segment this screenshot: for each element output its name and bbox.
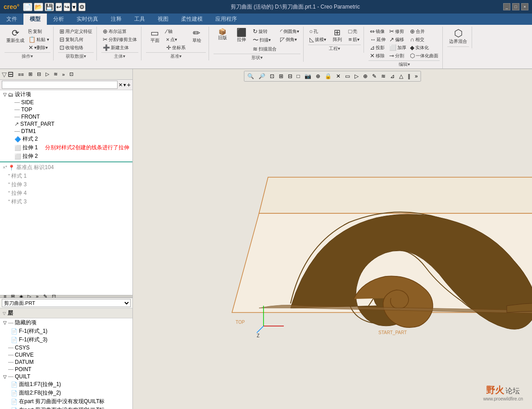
quilt-toggle[interactable]: ▽ (2, 374, 8, 379)
new-btn[interactable]: 📄 (23, 3, 32, 11)
open-btn[interactable]: 📂 (34, 3, 43, 11)
layers-collapse-icon[interactable]: ▽ (3, 311, 6, 316)
tree-item-startpart[interactable]: ↗ START_PART (0, 120, 132, 128)
split-btn[interactable]: ⊸分割 (388, 52, 408, 60)
tree-btn-1[interactable]: ≡≡ (16, 71, 26, 78)
tree-btn-4[interactable]: ▷ (44, 70, 51, 78)
datum104-toggle[interactable]: ×* (2, 165, 8, 170)
tree-btn-2[interactable]: ⊞ (27, 70, 34, 78)
save-btn[interactable]: 💾 (45, 3, 54, 11)
tree-item-extrude4[interactable]: " 拉伸 4 (0, 189, 132, 198)
layer-hidden[interactable]: ▽ — 隐藏的项 (0, 318, 132, 327)
copy-geom-btn[interactable]: ⊟复制几何 (58, 36, 94, 43)
new-body-btn[interactable]: ➕新建主体 (101, 44, 138, 51)
tree-item-dtm1[interactable]: — DTM1 (0, 128, 132, 135)
redo-btn[interactable]: ↪ (64, 3, 70, 11)
close-btn[interactable]: × (521, 3, 528, 10)
unify-btn[interactable]: ⬡一体化曲面 (409, 52, 440, 60)
hidden-toggle[interactable]: ▽ (2, 320, 8, 325)
zoom-in-btn[interactable]: 🔍 (246, 72, 256, 80)
vp-btn-6[interactable]: □ (295, 72, 302, 80)
zoom-fit-btn[interactable]: ⊡ (268, 72, 276, 80)
thicken-btn[interactable]: ⬜加厚 (388, 44, 408, 51)
intersect-btn[interactable]: ∩相交 (409, 36, 440, 43)
maximize-btn[interactable]: □ (512, 3, 519, 10)
layer-quilt-notfound2[interactable]: 📄 在part 剪刀曲面中没有发现QUILT标 (0, 406, 132, 409)
search-add-btn[interactable]: + (127, 81, 131, 88)
chamfer-btn[interactable]: ◸倒角▾ (279, 36, 300, 43)
tree-item-extrude2[interactable]: ⬜ 拉伸 2 (0, 152, 132, 161)
vp-btn-5[interactable]: ⊟ (286, 72, 294, 80)
sweep-blend-btn[interactable]: ≋扫描混合 (251, 45, 278, 53)
trim-btn[interactable]: ✂修剪 (388, 28, 408, 35)
layer-f1-style3[interactable]: 📄 F-1(样式_3) (0, 335, 132, 344)
vp-btn-8[interactable]: ⊕ (314, 72, 322, 80)
root-toggle[interactable]: ▽ (2, 92, 8, 97)
more-btn[interactable]: ▾ (72, 3, 77, 11)
extend-btn[interactable]: ↔延伸 (368, 36, 387, 43)
tree-item-extrude3[interactable]: " 拉伸 3 (0, 180, 132, 189)
remove-btn[interactable]: ✕移除 (368, 52, 387, 60)
undo-btn[interactable]: ↩ (55, 3, 62, 11)
tab-apps[interactable]: 应用程序 (209, 14, 243, 25)
project-btn[interactable]: ⊿投影 (368, 44, 387, 51)
vp-btn-17[interactable]: △ (397, 72, 405, 80)
regenerate-btn[interactable]: ⟳ 重新生成 (5, 28, 26, 51)
tree-item-front[interactable]: — FRONT (0, 113, 132, 120)
extrude-btn[interactable]: ⬛ 拉伸 (232, 28, 250, 53)
zoom-out-btn[interactable]: 🔎 (257, 72, 267, 80)
layer-datum[interactable]: — DATUM (0, 358, 132, 366)
axis-btn[interactable]: ⁄轴 (165, 28, 187, 35)
vp-btn-11[interactable]: ▭ (343, 72, 352, 80)
paste-btn[interactable]: 📋粘贴 ▾ (27, 36, 50, 43)
point-btn[interactable]: × 点▾ (165, 36, 187, 43)
tree-item-top[interactable]: — TOP (0, 106, 132, 113)
legacy-btn[interactable]: 📦 旧版 (214, 28, 232, 53)
tab-view[interactable]: 视图 (151, 14, 175, 25)
layer-quilt-f7[interactable]: 📄 面组1:F7(拉伸_1) (0, 380, 132, 389)
layer-csys[interactable]: — CSYS (0, 344, 132, 351)
search-filter-btn[interactable]: ▾ (123, 82, 126, 88)
delete-btn[interactable]: ✕▾删除▾ (27, 44, 50, 51)
boolean-btn[interactable]: ⊕布尔运算 (101, 28, 138, 35)
tree-item-datum104[interactable]: ×* 📍 基准点 标识104 (0, 163, 132, 172)
tab-file[interactable]: 文件 (0, 14, 23, 25)
tab-tools[interactable]: 工具 (128, 14, 151, 25)
rib-btn[interactable]: ≡筋▾ (347, 36, 361, 43)
sweep-btn[interactable]: 〜扫描▾ (251, 36, 278, 45)
copy-btn[interactable]: ⎘复制 (27, 28, 50, 35)
tree-item-root[interactable]: ▽ 🗂 设计项 (0, 90, 132, 99)
tab-flexible[interactable]: 柔性建模 (175, 14, 209, 25)
vp-btn-13[interactable]: ⊕ (361, 72, 369, 80)
vp-btn-more[interactable]: » (413, 72, 420, 80)
vp-btn-9[interactable]: 🔒 (323, 72, 333, 80)
tree-more-btn[interactable]: » (60, 71, 67, 78)
boundary-blend-btn[interactable]: ⬡ 边界混合 (447, 28, 469, 46)
vp-btn-12[interactable]: ▷ (353, 72, 360, 80)
vp-btn-7[interactable]: 📷 (303, 72, 313, 80)
sketch-btn[interactable]: ✏ 草绘 (188, 28, 206, 51)
layer-file-select[interactable]: 剪刀曲面.PRT (2, 299, 131, 307)
vp-btn-18[interactable]: ‖ (406, 72, 412, 80)
tree-item-extrude1[interactable]: ⬜ 拉伸 1 分别对样式2创建的线条进行了拉伸 (0, 143, 132, 152)
round-btn[interactable]: ◜倒圆角▾ (279, 28, 300, 35)
tab-simulation[interactable]: 实时仿真 (70, 14, 105, 25)
tree-btn-3[interactable]: ⊟ (35, 70, 43, 78)
draft-btn[interactable]: ◺拔模▾ (308, 36, 327, 43)
tree-item-style3[interactable]: " 样式 3 (0, 198, 132, 206)
layer-quilt-f8[interactable]: 📄 面组2:F8(拉伸_2) (0, 389, 132, 397)
tree-item-style1[interactable]: " 样式 1 (0, 172, 132, 180)
merge-btn[interactable]: ⊕合并 (409, 28, 440, 35)
vp-btn-15[interactable]: ≋ (379, 72, 387, 80)
tab-annotation[interactable]: 注释 (105, 14, 128, 25)
layer-point[interactable]: — POINT (0, 366, 132, 373)
vp-btn-10[interactable]: ✕ (334, 72, 342, 80)
tree-btn-6[interactable]: ⊡ (68, 70, 75, 78)
tree-item-side[interactable]: — SIDE (0, 99, 132, 106)
viewport[interactable]: 🔍 🔎 ⊡ ⊞ ⊟ □ 📷 ⊕ 🔒 ✕ ▭ ▷ ⊕ ✎ ≋ ⊿ △ ‖ » 第四… (133, 69, 532, 409)
layer-curve[interactable]: — CURVE (0, 351, 132, 358)
tree-btn-5[interactable]: ≋ (52, 70, 59, 78)
offset-btn[interactable]: ↗偏移 (388, 36, 408, 43)
mirror-btn[interactable]: ⇔镜像 (368, 28, 387, 35)
tab-analysis[interactable]: 分析 (47, 14, 70, 25)
